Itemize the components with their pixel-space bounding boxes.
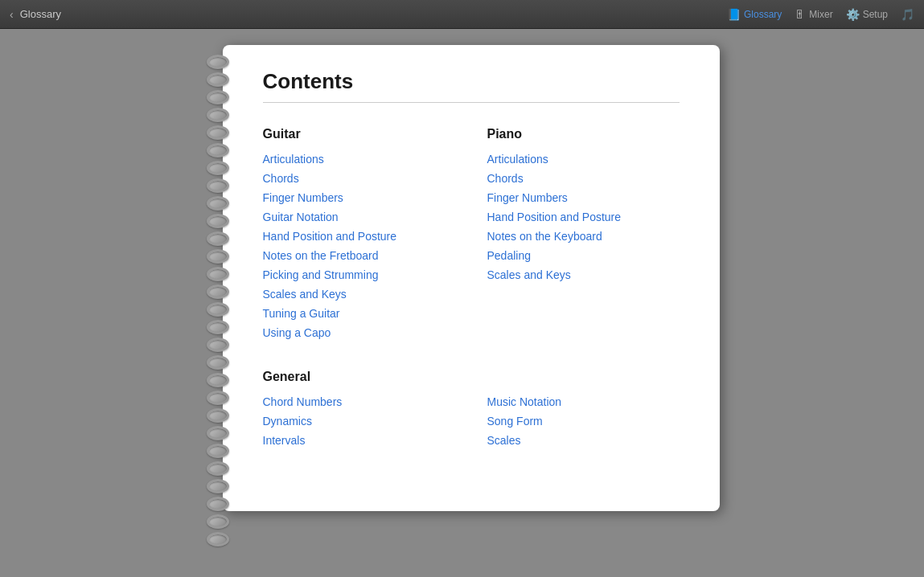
mixer-icon: 🎚	[795, 8, 806, 21]
piano-finger-numbers[interactable]: Finger Numbers	[487, 191, 680, 204]
spiral-ring	[207, 161, 229, 175]
guitar-column: Guitar Articulations Chords Finger Numbe…	[263, 127, 455, 346]
spiral-ring	[207, 391, 229, 405]
spiral-ring	[207, 125, 229, 140]
piano-articulations[interactable]: Articulations	[487, 153, 680, 166]
general-scales[interactable]: Scales	[487, 434, 680, 447]
guitar-hand-position[interactable]: Hand Position and Posture	[263, 230, 455, 243]
general-section: General Chord Numbers Dynamics Intervals…	[263, 370, 680, 453]
titlebar: ‹ Glossary 📘 Glossary 🎚 Mixer ⚙️ Setup 🎵	[0, 0, 924, 29]
titlebar-title: Glossary	[20, 8, 61, 20]
setup-icon: ⚙️	[846, 8, 860, 21]
spiral-ring	[207, 267, 229, 281]
piano-hand-position[interactable]: Hand Position and Posture	[487, 211, 680, 223]
guitar-finger-numbers[interactable]: Finger Numbers	[263, 191, 455, 204]
spiral-ring	[207, 461, 229, 476]
spiral-ring	[207, 444, 229, 458]
spiral-ring	[207, 90, 229, 104]
spiral-ring	[207, 426, 229, 440]
spiral-ring	[207, 214, 229, 228]
general-heading: General	[263, 370, 680, 384]
general-song-form[interactable]: Song Form	[487, 415, 680, 428]
general-intervals[interactable]: Intervals	[263, 434, 455, 447]
spiral-ring	[207, 249, 229, 264]
glossary-label: Glossary	[744, 9, 782, 20]
spiral-ring	[207, 514, 229, 529]
guitar-articulations[interactable]: Articulations	[263, 153, 455, 166]
spiral-ring	[207, 143, 229, 158]
back-button[interactable]: ‹	[10, 8, 14, 21]
spiral-ring	[207, 302, 229, 317]
spiral-ring	[207, 355, 229, 370]
piano-pedaling[interactable]: Pedaling	[487, 249, 680, 262]
general-chord-numbers[interactable]: Chord Numbers	[263, 395, 455, 408]
piano-chords[interactable]: Chords	[487, 172, 680, 185]
piano-scales-keys[interactable]: Scales and Keys	[487, 268, 680, 281]
spiral-ring	[207, 532, 229, 546]
nav-glossary[interactable]: 📘 Glossary	[727, 8, 782, 21]
spiral-ring	[207, 231, 229, 246]
general-columns: Chord Numbers Dynamics Intervals Music N…	[263, 395, 680, 453]
spiral-ring	[207, 408, 229, 423]
spiral-rings	[205, 53, 231, 548]
piano-heading: Piano	[487, 127, 680, 141]
guitar-notation[interactable]: Guitar Notation	[263, 211, 455, 223]
nav-mixer[interactable]: 🎚 Mixer	[795, 8, 832, 21]
spiral-ring	[207, 497, 229, 511]
spiral-ring	[207, 479, 229, 493]
general-col-1: Chord Numbers Dynamics Intervals	[263, 395, 455, 453]
guitar-notes-fretboard[interactable]: Notes on the Fretboard	[263, 249, 455, 262]
titlebar-right: 📘 Glossary 🎚 Mixer ⚙️ Setup 🎵	[727, 8, 914, 21]
main-columns: Guitar Articulations Chords Finger Numbe…	[263, 127, 680, 346]
guitar-capo[interactable]: Using a Capo	[263, 326, 455, 339]
guitar-scales-keys[interactable]: Scales and Keys	[263, 288, 455, 301]
piano-notes-keyboard[interactable]: Notes on the Keyboard	[487, 230, 680, 243]
mixer-label: Mixer	[809, 9, 832, 20]
main-area: Contents Guitar Articulations Chords Fin…	[0, 29, 924, 577]
notebook-wrapper: Contents Guitar Articulations Chords Fin…	[205, 45, 720, 511]
glossary-icon: 📘	[727, 8, 741, 21]
titlebar-left: ‹ Glossary	[10, 8, 61, 21]
spiral-ring	[207, 108, 229, 122]
spiral-ring	[207, 320, 229, 334]
general-music-notation[interactable]: Music Notation	[487, 395, 680, 408]
guitar-heading: Guitar	[263, 127, 455, 141]
setup-label: Setup	[863, 9, 888, 20]
general-dynamics[interactable]: Dynamics	[263, 415, 455, 428]
piano-column: Piano Articulations Chords Finger Number…	[487, 127, 680, 346]
guitar-picking-strumming[interactable]: Picking and Strumming	[263, 268, 455, 281]
spiral-ring	[207, 284, 229, 299]
music-icon: 🎵	[901, 8, 914, 21]
spiral-ring	[207, 338, 229, 352]
guitar-chords[interactable]: Chords	[263, 172, 455, 185]
page-title: Contents	[263, 69, 680, 94]
guitar-tuning[interactable]: Tuning a Guitar	[263, 307, 455, 320]
spiral-ring	[207, 178, 229, 193]
nav-music[interactable]: 🎵	[901, 8, 914, 21]
spiral-ring	[207, 196, 229, 211]
spiral-ring	[207, 72, 229, 87]
spiral-ring	[207, 373, 229, 387]
spiral-ring	[207, 55, 229, 69]
general-col-2: Music Notation Song Form Scales	[487, 395, 680, 453]
nav-setup[interactable]: ⚙️ Setup	[846, 8, 888, 21]
title-divider	[263, 102, 680, 103]
notebook-page: Contents Guitar Articulations Chords Fin…	[223, 45, 720, 511]
